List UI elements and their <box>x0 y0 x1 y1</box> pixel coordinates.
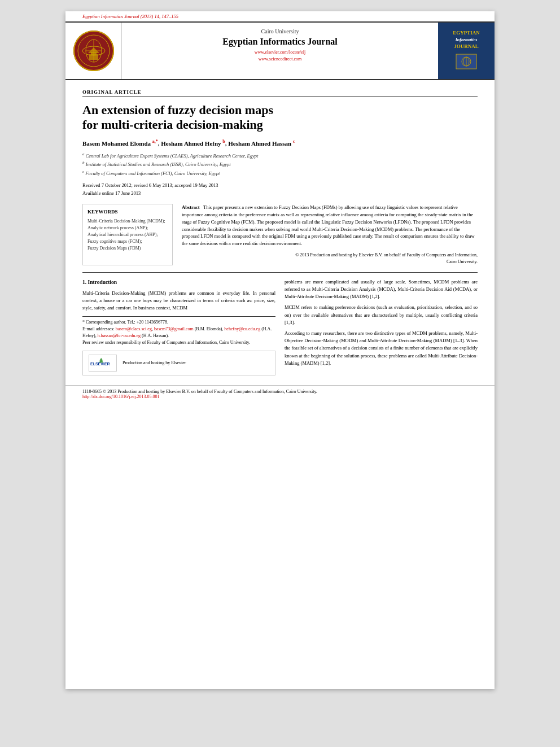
header-center: Cairo University Egyptian Informatics Jo… <box>122 23 438 79</box>
intro-para-4: According to many researchers, there are… <box>285 330 478 367</box>
journal-page: Egyptian Informatics Journal (2013) 14, … <box>65 11 495 689</box>
affiliation-a: a Central Lab for Agriculture Expert Sys… <box>82 151 478 160</box>
author1-sup: a,* <box>152 139 158 144</box>
email1-link[interactable]: basem@claes.sci.eg <box>116 326 152 331</box>
university-seal <box>73 30 114 71</box>
abstract-label: Abstract <box>182 204 203 210</box>
affiliations: a Central Lab for Agriculture Expert Sys… <box>82 151 478 177</box>
authors-line: Basem Mohamed Elomda a,*, Hesham Ahmed H… <box>82 139 478 147</box>
citation-bar: Egyptian Informatics Journal (2013) 14, … <box>65 11 495 21</box>
logo-right-container: EGYPTIAN Informatics JOURNAL <box>438 23 495 79</box>
logo-line3: JOURNAL <box>453 43 480 50</box>
section-divider <box>82 272 478 273</box>
doi-line: http://dx.doi.org/10.1016/j.eij.2013.05.… <box>82 394 478 399</box>
logo-icon <box>453 53 480 72</box>
keywords-abstract-section: KEYWORDS Multi-Criteria Decision-Making … <box>82 204 478 265</box>
university-name: Cairo University <box>133 28 427 34</box>
corresponding-note: * Corresponding author. Tel.: +20 114365… <box>82 319 275 326</box>
article-title: An extension of fuzzy decision mapsfor m… <box>82 103 478 133</box>
elsevier-text: Production and hosting by Elsevier <box>123 360 186 366</box>
copyright-text: © 2013 Production and hosting by Elsevie… <box>182 252 478 265</box>
article-type: ORIGINAL ARTICLE <box>82 89 478 97</box>
main-content: ORIGINAL ARTICLE An extension of fuzzy d… <box>65 85 495 381</box>
body-section: 1. Introduction Multi-Criteria Decision-… <box>82 278 478 375</box>
keywords-title: KEYWORDS <box>88 209 168 215</box>
keywords-box: KEYWORDS Multi-Criteria Decision-Making … <box>82 204 173 265</box>
author2-name: Hesham Ahmed Hefny <box>161 140 222 147</box>
affiliation-c: c Faculty of Computers and Information (… <box>82 169 478 177</box>
email3-link[interactable]: hehefny@cu.edu.eg <box>224 326 260 331</box>
email2-link[interactable]: basem73@gmail.com <box>154 326 194 331</box>
elsevier-logo: ELSEVIER <box>89 355 117 372</box>
journal-urls: www.elsevier.com/locate/eij www.scienced… <box>133 49 427 63</box>
author1-name: Basem Mohamed Elomda <box>82 140 152 147</box>
abstract-text: This paper presents a new extension to F… <box>182 204 475 246</box>
keyword-2: Analytic network process (ANP); <box>88 225 168 231</box>
elsevier-box: ELSEVIER Production and hosting by Elsev… <box>82 351 275 375</box>
keyword-5: Fuzzy Decision Maps (FDM) <box>88 245 168 252</box>
affiliation-b: b Institute of Statistical Studies and R… <box>82 160 478 168</box>
body-col-right: problems are more complicated and usuall… <box>285 278 478 375</box>
email-note: E-mail addresses: basem@claes.sci.eg, ba… <box>82 326 275 339</box>
bottom-bar: 1110-8665 © 2013 Production and hosting … <box>65 386 495 402</box>
intro-title: 1. Introduction <box>82 278 275 287</box>
citation-text: Egyptian Informatics Journal (2013) 14, … <box>82 14 178 19</box>
doi-link[interactable]: http://dx.doi.org/10.1016/j.eij.2013.05.… <box>82 394 160 399</box>
issn-line: 1110-8665 © 2013 Production and hosting … <box>82 389 478 394</box>
url1[interactable]: www.elsevier.com/locate/eij <box>133 49 427 56</box>
available-date: Available online 17 June 2013 <box>82 190 478 198</box>
logo-left-container <box>65 23 122 79</box>
journal-logo-box: EGYPTIAN Informatics JOURNAL <box>450 27 482 75</box>
email4-link[interactable]: h.hassan@fci-cu.edu.eg <box>98 333 141 338</box>
logo-line2: Informatics <box>453 37 480 43</box>
intro-para-3: MCDM refers to making preference decisio… <box>285 304 478 326</box>
footnotes-section: * Corresponding author. Tel.: +20 114365… <box>82 316 275 375</box>
url2[interactable]: www.sciencedirect.com <box>133 56 427 63</box>
body-col-left: 1. Introduction Multi-Criteria Decision-… <box>82 278 275 375</box>
author3-sup: c <box>293 139 295 144</box>
abstract-section: Abstract This paper presents a new exten… <box>182 204 478 265</box>
author3-name: Hesham Ahmed Hassan <box>228 140 293 147</box>
keyword-3: Analytical hierarchical process (AHP); <box>88 231 168 238</box>
journal-header: Cairo University Egyptian Informatics Jo… <box>65 21 495 80</box>
keyword-1: Multi-Criteria Decision-Making (MCDM); <box>88 218 168 225</box>
keyword-4: Fuzzy cognitive maps (FCM); <box>88 238 168 245</box>
journal-title: Egyptian Informatics Journal <box>133 37 427 47</box>
dates: Received 7 October 2012; revised 6 May 2… <box>82 182 478 197</box>
peer-review-note: Peer review under responsibility of Facu… <box>82 339 275 346</box>
intro-para-1: Multi-Criteria Decision-Making (MCDM) pr… <box>82 290 275 312</box>
intro-para-2: problems are more complicated and usuall… <box>285 278 478 301</box>
logo-line1: EGYPTIAN <box>453 29 480 37</box>
received-date: Received 7 October 2012; revised 6 May 2… <box>82 182 478 190</box>
